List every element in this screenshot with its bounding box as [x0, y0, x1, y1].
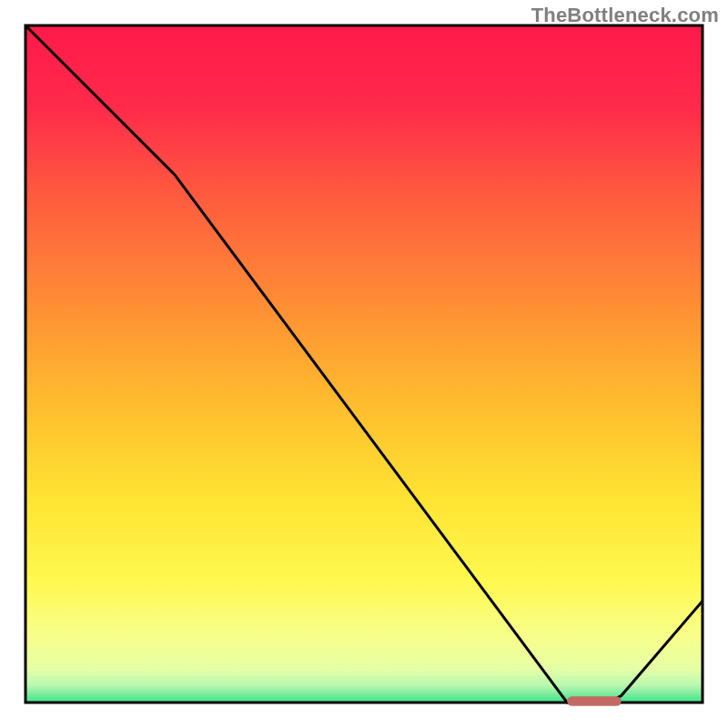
optimal-range-marker — [567, 696, 622, 705]
watermark-label: TheBottleneck.com — [531, 4, 719, 27]
chart-container: TheBottleneck.com — [0, 0, 728, 728]
plot-area — [25, 25, 703, 706]
bottleneck-chart — [0, 0, 728, 728]
